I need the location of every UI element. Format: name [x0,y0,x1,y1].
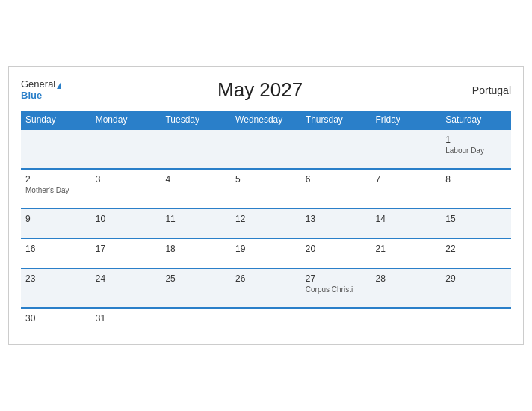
calendar-cell: 8 [441,169,511,208]
logo-general-text: General [21,79,61,90]
day-number: 26 [235,274,297,284]
calendar-cell: 15 [441,208,511,238]
calendar-cell [91,129,161,169]
day-event: Corpus Christi [306,285,367,294]
day-number: 2 [25,174,87,185]
calendar-cell: 13 [301,208,371,238]
calendar-cell: 28 [371,268,442,308]
header-wednesday: Wednesday [231,111,301,129]
calendar-cell [301,129,371,169]
day-event: Mother's Day [25,186,87,194]
day-number: 29 [445,274,507,284]
calendar-cell [301,308,371,337]
calendar-cell [371,308,442,337]
day-number: 17 [96,244,157,254]
calendar-cell [231,129,301,169]
day-number: 25 [165,274,226,284]
calendar-cell [441,308,511,337]
calendar-cell: 27Corpus Christi [301,268,371,308]
calendar-country: Portugal [459,84,511,96]
day-number: 27 [306,274,367,284]
calendar-week-row: 2324252627Corpus Christi2829 [21,268,511,308]
day-number: 7 [376,174,437,185]
header-saturday: Saturday [441,111,511,129]
day-number: 12 [235,214,297,224]
day-number: 13 [306,214,367,224]
day-number: 28 [376,274,437,284]
calendar-cell [21,129,91,169]
day-number: 6 [306,174,367,185]
calendar-cell: 26 [231,268,301,308]
calendar-cell: 17 [91,238,161,268]
calendar-cell: 3 [91,169,161,208]
calendar-cell: 29 [441,268,511,308]
weekday-header-row: Sunday Monday Tuesday Wednesday Thursday… [21,111,511,129]
calendar-cell: 19 [231,238,301,268]
calendar-cell [161,308,231,337]
header-monday: Monday [91,111,161,129]
calendar-header: General Blue May 2027 Portugal [21,78,511,102]
calendar-cell: 23 [21,268,91,308]
calendar-cell: 25 [161,268,231,308]
day-number: 21 [376,244,437,254]
calendar-cell: 22 [441,238,511,268]
calendar-cell: 18 [161,238,231,268]
calendar-cell: 1Labour Day [441,129,511,169]
calendar-week-row: 16171819202122 [21,238,511,268]
header-tuesday: Tuesday [161,111,231,129]
calendar-cell: 14 [371,208,442,238]
day-event: Labour Day [445,146,507,155]
header-friday: Friday [371,111,442,129]
day-number: 19 [235,244,297,254]
calendar-week-row: 2Mother's Day345678 [21,169,511,208]
calendar-cell: 5 [231,169,301,208]
calendar-cell: 30 [21,308,91,337]
calendar-cell: 12 [231,208,301,238]
calendar-cell: 2Mother's Day [21,169,91,208]
calendar-title: May 2027 [61,78,459,102]
day-number: 4 [165,174,226,185]
calendar-cell: 16 [21,238,91,268]
calendar-cell: 4 [161,169,231,208]
day-number: 10 [96,214,157,224]
day-number: 18 [165,244,226,254]
calendar-cell: 10 [91,208,161,238]
day-number: 31 [96,313,157,324]
logo: General Blue [21,79,61,101]
day-number: 20 [306,244,367,254]
calendar-cell [231,308,301,337]
day-number: 8 [445,174,507,185]
day-number: 30 [25,313,87,324]
day-number: 9 [25,214,87,224]
calendar-table: Sunday Monday Tuesday Wednesday Thursday… [21,111,511,337]
calendar-week-row: 1Labour Day [21,129,511,169]
calendar-cell: 24 [91,268,161,308]
day-number: 16 [25,244,87,254]
calendar-cell: 20 [301,238,371,268]
calendar-cell: 9 [21,208,91,238]
day-number: 22 [445,244,507,254]
calendar-cell [161,129,231,169]
calendar-cell: 21 [371,238,442,268]
day-number: 24 [96,274,157,284]
calendar-cell: 7 [371,169,442,208]
logo-blue-text: Blue [21,90,61,101]
calendar-cell: 31 [91,308,161,337]
day-number: 14 [376,214,437,224]
day-number: 5 [235,174,297,185]
calendar-week-row: 3031 [21,308,511,337]
header-thursday: Thursday [301,111,371,129]
calendar-week-row: 9101112131415 [21,208,511,238]
day-number: 3 [96,174,157,185]
day-number: 11 [165,214,226,224]
calendar-cell: 6 [301,169,371,208]
day-number: 1 [445,135,507,145]
day-number: 15 [445,214,507,224]
calendar-cell: 11 [161,208,231,238]
header-sunday: Sunday [21,111,91,129]
calendar: General Blue May 2027 Portugal Sunday Mo… [8,66,524,345]
calendar-cell [371,129,442,169]
day-number: 23 [25,274,87,284]
